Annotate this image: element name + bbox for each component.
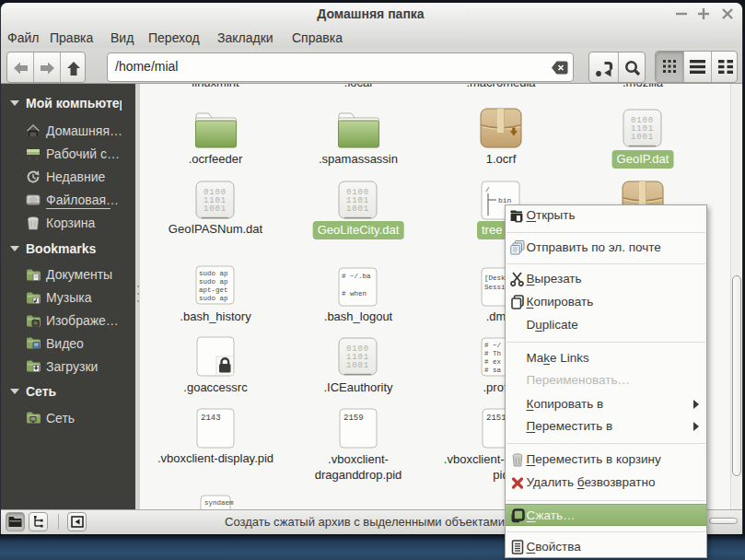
svg-text:sudo ap: sudo ap	[199, 295, 228, 302]
svg-text:sudo ap: sudo ap	[199, 270, 228, 277]
svg-text:/: /	[485, 185, 490, 193]
svg-text:syndaem: syndaem	[204, 499, 234, 507]
svg-text:[Desk: [Desk	[484, 274, 506, 282]
svg-text:1001: 1001	[346, 361, 369, 370]
svg-text:# Th: # Th	[484, 350, 501, 357]
svg-text:# ~/: # ~/	[484, 342, 502, 349]
svg-text:# when: # when	[342, 290, 367, 298]
svg-text:Sessi: Sessi	[484, 284, 506, 291]
svg-text:sudo ap: sudo ap	[199, 278, 228, 286]
svg-text:# ex: # ex	[484, 358, 502, 366]
svg-text:1001: 1001	[204, 204, 227, 214]
svg-text:1001: 1001	[631, 133, 654, 142]
svg-text:2143: 2143	[201, 414, 221, 423]
svg-text:# ~/.ba: # ~/.ba	[342, 273, 371, 280]
svg-text:2151: 2151	[486, 414, 506, 423]
svg-text:1001: 1001	[346, 204, 369, 214]
svg-text:apt-get: apt-get	[199, 286, 228, 294]
svg-text:# sa: # sa	[484, 367, 502, 374]
svg-text:2159: 2159	[343, 414, 364, 423]
